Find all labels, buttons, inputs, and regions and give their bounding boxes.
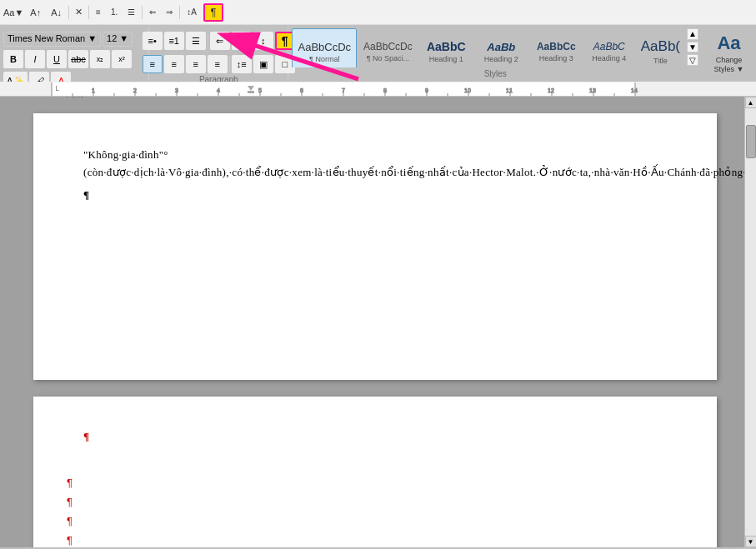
- style-h1-preview: AaBbC: [427, 40, 466, 53]
- justify-btn[interactable]: ≡: [208, 55, 228, 73]
- style-h3-preview: AaBbCc: [537, 41, 576, 52]
- vertical-scrollbar[interactable]: ▲ ▼: [744, 97, 756, 547]
- paragraph-1: "Không·gia·đình"°(còn·được·dịch·là·Vô·gi…: [83, 147, 667, 182]
- style-normal-preview: AaBbCcDc: [298, 41, 351, 53]
- paragraph-group: ≡• ≡1 ☰ ⇐ ⇒ ↕ ¶ ≡ ≡ ≡ ≡ ↕≡ ▣: [149, 27, 289, 80]
- sidebar-mark-4: ¶: [67, 534, 73, 547]
- align-right-btn[interactable]: ≡: [186, 55, 206, 73]
- page2-content: ¶ ¶ ¶ ¶ ¶ ¶: [83, 430, 667, 443]
- style-h3-label: Heading 3: [539, 54, 573, 62]
- style-title[interactable]: AaBb( Title: [635, 28, 686, 67]
- page-content: "Không·gia·đình"°(còn·được·dịch·là·Vô·gi…: [83, 147, 667, 202]
- style-h2-label: Heading 2: [484, 55, 518, 63]
- align-center-btn[interactable]: ≡: [164, 55, 184, 73]
- style-normal[interactable]: AaBbCcDc ¶ Normal: [292, 28, 357, 67]
- ribbon-row1: Aa▼ A↑ A↓ ✕ ≡ 1. ☰ ⇐ ⇒ ↕A ¶: [0, 0, 756, 25]
- align-left-btn[interactable]: ≡: [143, 55, 163, 73]
- numbering-btn[interactable]: 1.: [108, 6, 121, 19]
- line-spacing-btn[interactable]: ↕≡: [232, 55, 252, 73]
- scrollbar-thumb[interactable]: [746, 125, 756, 158]
- ribbon-row2: Times New Roman ▼ 12 ▼ B I U abc x₂ x² A…: [0, 25, 756, 82]
- scroll-down-btn[interactable]: ▼: [745, 536, 757, 547]
- styles-section: AaBbCcDc ¶ Normal AaBbCcDc ¶ No Spaci...…: [288, 27, 702, 80]
- empty-para-mark: ¶: [83, 188, 89, 201]
- page-1: "Không·gia·đình"°(còn·được·dịch·là·Vô·gi…: [33, 113, 717, 380]
- svg-text:10: 10: [464, 87, 471, 93]
- italic-btn[interactable]: I: [25, 50, 45, 68]
- decrease-indent-btn[interactable]: ⇐: [146, 6, 159, 19]
- font-size-select[interactable]: 12 ▼: [103, 32, 133, 47]
- increase-indent-btn[interactable]: ⇒: [163, 6, 176, 19]
- document-area: "Không·gia·đình"°(còn·được·dịch·là·Vô·gi…: [0, 97, 756, 547]
- change-styles-label: ChangeStyles ▼: [714, 56, 744, 74]
- style-no-spacing[interactable]: AaBbCcDc ¶ No Spaci...: [358, 28, 418, 67]
- bullets-btn[interactable]: ≡: [93, 6, 104, 19]
- sort-btn2[interactable]: ↕: [253, 32, 273, 50]
- svg-text:11: 11: [506, 87, 513, 93]
- sidebar-mark-1: ¶: [67, 477, 73, 489]
- bold-btn[interactable]: B: [3, 50, 23, 68]
- style-h2-preview: AaBb: [487, 41, 515, 53]
- sidebar-mark-2: ¶: [67, 496, 73, 508]
- font-group: Times New Roman ▼ 12 ▼ B I U abc x₂ x² A…: [0, 27, 149, 80]
- ruler: // This won't run here, use CSS instead …: [0, 82, 756, 97]
- paragraph-empty: ¶: [83, 187, 667, 203]
- styles-group-label: Styles: [288, 69, 702, 80]
- change-styles-group: Aa ChangeStyles ▼: [702, 27, 756, 80]
- font-family-select[interactable]: Times New Roman ▼: [3, 32, 101, 47]
- strikethrough-btn[interactable]: abc: [68, 50, 88, 68]
- clear-format-btn[interactable]: ✕: [73, 6, 85, 18]
- svg-text:12: 12: [548, 87, 554, 93]
- style-h4-label: Heading 4: [592, 54, 626, 62]
- multilevel-btn2[interactable]: ☰: [186, 32, 206, 50]
- font-size-label: Aa▼: [3, 7, 23, 17]
- para-show-hide-btn[interactable]: ¶: [203, 3, 223, 22]
- increase-indent-btn2[interactable]: ⇒: [232, 32, 252, 50]
- multilevel-btn[interactable]: ☰: [124, 6, 138, 19]
- svg-text:14: 14: [631, 87, 638, 93]
- sidebar-mark-3: ¶: [67, 515, 73, 527]
- superscript-btn[interactable]: x²: [112, 50, 132, 68]
- style-title-preview: AaBb(: [641, 38, 680, 55]
- decrease-indent-btn2[interactable]: ⇐: [210, 32, 230, 50]
- change-styles-icon: Aa: [717, 32, 740, 54]
- page2-top-mark: ¶: [83, 430, 89, 442]
- document-scroll[interactable]: "Không·gia·đình"°(còn·được·dịch·là·Vô·gi…: [0, 97, 744, 547]
- styles-expand[interactable]: ▽: [687, 54, 698, 66]
- style-heading4[interactable]: AaBbC Heading 4: [584, 28, 634, 67]
- subscript-btn[interactable]: x₂: [90, 50, 110, 68]
- scroll-up-btn[interactable]: ▲: [745, 97, 757, 108]
- sort-btn[interactable]: ↕A: [183, 6, 200, 19]
- style-heading2[interactable]: AaBb Heading 2: [474, 28, 528, 67]
- styles-scroll-down[interactable]: ▼: [687, 42, 698, 53]
- svg-rect-49: [248, 91, 254, 93]
- styles-scroll-up[interactable]: ▲: [687, 28, 698, 40]
- page-2: ¶ ¶ ¶ ¶ ¶ ¶: [33, 397, 717, 547]
- shading-btn[interactable]: ▣: [253, 55, 273, 73]
- style-normal-label: ¶ Normal: [309, 55, 339, 63]
- svg-text:└: └: [53, 85, 59, 94]
- style-no-spacing-label: ¶ No Spaci...: [367, 54, 409, 62]
- style-h4-preview: AaBbC: [593, 41, 625, 52]
- font-shrink-btn[interactable]: A↓: [48, 6, 65, 19]
- style-h1-label: Heading 1: [429, 55, 463, 63]
- style-title-label: Title: [653, 57, 668, 65]
- para-text-1: "Không·gia·đình"°(còn·được·dịch·là·Vô·gi…: [83, 148, 744, 178]
- font-grow-btn[interactable]: A↑: [27, 6, 44, 19]
- style-heading3[interactable]: AaBbCc Heading 3: [529, 28, 583, 67]
- numbering-btn2[interactable]: ≡1: [164, 32, 184, 50]
- underline-btn[interactable]: U: [47, 50, 67, 68]
- bullets-btn2[interactable]: ≡•: [143, 32, 163, 50]
- style-heading1[interactable]: AaBbC Heading 1: [419, 28, 473, 67]
- style-no-spacing-preview: AaBbCcDc: [363, 41, 413, 52]
- svg-text:13: 13: [589, 87, 596, 93]
- change-styles-btn[interactable]: Aa ChangeStyles ▼: [704, 30, 754, 77]
